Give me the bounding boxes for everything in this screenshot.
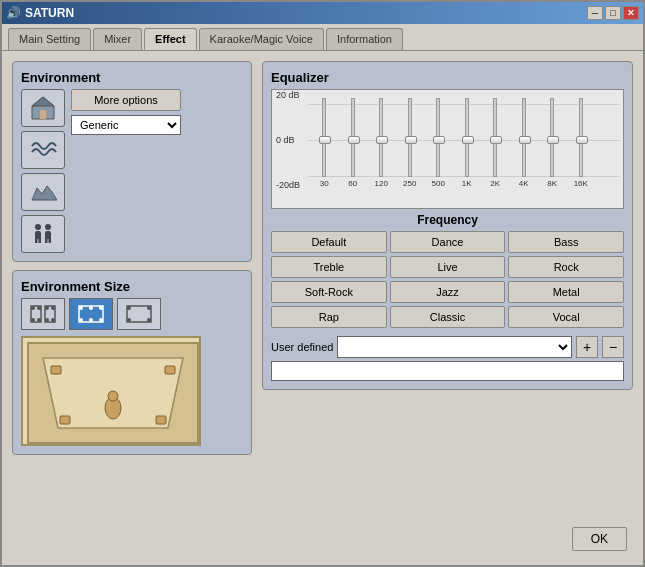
user-defined-select[interactable] <box>337 336 572 358</box>
close-button[interactable]: ✕ <box>623 6 639 20</box>
left-panel: Environment <box>12 61 252 515</box>
eq-thumb-60[interactable] <box>348 136 360 144</box>
eq-col-250: 250 <box>398 98 423 188</box>
env-icon-wave[interactable] <box>21 131 65 169</box>
env-icon-people[interactable] <box>21 215 65 253</box>
svg-point-17 <box>45 306 49 310</box>
eq-track-120[interactable] <box>379 98 383 177</box>
eq-thumb-1k[interactable] <box>462 136 474 144</box>
size-btn-large[interactable] <box>117 298 161 330</box>
svg-rect-5 <box>35 237 38 243</box>
svg-point-27 <box>89 318 93 322</box>
tab-information[interactable]: Information <box>326 28 403 50</box>
environment-section: Environment <box>12 61 252 262</box>
svg-point-38 <box>108 391 118 401</box>
tab-main-setting[interactable]: Main Setting <box>8 28 91 50</box>
ok-button[interactable]: OK <box>572 527 627 551</box>
environment-title: Environment <box>21 70 243 85</box>
eq-thumb-250[interactable] <box>405 136 417 144</box>
svg-point-24 <box>79 318 83 322</box>
tab-bar: Main Setting Mixer Effect Karaoke/Magic … <box>2 24 643 50</box>
preset-default[interactable]: Default <box>271 231 387 253</box>
svg-point-14 <box>31 318 35 322</box>
eq-thumb-120[interactable] <box>376 136 388 144</box>
env-size-title: Environment Size <box>21 279 243 294</box>
size-btn-small[interactable] <box>21 298 65 330</box>
svg-rect-1 <box>40 110 46 119</box>
env-icons-row: More options Generic Room Bathroom Conce… <box>21 89 243 253</box>
preset-metal[interactable]: Metal <box>508 281 624 303</box>
eq-thumb-4k[interactable] <box>519 136 531 144</box>
eq-track-8k[interactable] <box>550 98 554 177</box>
user-defined-add-button[interactable]: + <box>576 336 598 358</box>
title-bar: 🔊 SATURN ─ □ ✕ <box>2 2 643 24</box>
preset-treble[interactable]: Treble <box>271 256 387 278</box>
eq-track-30[interactable] <box>322 98 326 177</box>
eq-col-8k: 8K <box>540 98 565 188</box>
eq-track-2k[interactable] <box>493 98 497 177</box>
preset-dance[interactable]: Dance <box>390 231 506 253</box>
preset-classic[interactable]: Classic <box>390 306 506 328</box>
eq-track-500[interactable] <box>436 98 440 177</box>
people-icon <box>29 220 57 248</box>
eq-thumb-2k[interactable] <box>490 136 502 144</box>
more-options-button[interactable]: More options <box>71 89 181 111</box>
svg-rect-39 <box>51 366 61 374</box>
environment-select[interactable]: Generic Room Bathroom Concert Hall Cave … <box>71 115 181 135</box>
equalizer-section: Equalizer 20 dB 0 dB -20dB <box>262 61 633 390</box>
eq-thumb-8k[interactable] <box>547 136 559 144</box>
size-btn-medium[interactable] <box>69 298 113 330</box>
environment-size-section: Environment Size <box>12 270 252 455</box>
main-content: Environment <box>12 61 633 515</box>
eq-col-2k: 2K <box>483 98 508 188</box>
preset-bass[interactable]: Bass <box>508 231 624 253</box>
size-medium-icon <box>76 303 106 325</box>
env-icon-house[interactable] <box>21 89 65 127</box>
preset-live[interactable]: Live <box>390 256 506 278</box>
eq-track-16k[interactable] <box>579 98 583 177</box>
svg-rect-40 <box>165 366 175 374</box>
preset-jazz[interactable]: Jazz <box>390 281 506 303</box>
tab-effect[interactable]: Effect <box>144 28 197 50</box>
user-defined-text-input[interactable] <box>271 361 624 381</box>
eq-freq-16k: 16K <box>574 179 588 188</box>
eq-col-16k: 16K <box>569 98 594 188</box>
eq-freq-500: 500 <box>432 179 445 188</box>
svg-point-25 <box>99 318 103 322</box>
eq-thumb-16k[interactable] <box>576 136 588 144</box>
preset-vocal[interactable]: Vocal <box>508 306 624 328</box>
eq-thumb-30[interactable] <box>319 136 331 144</box>
env-icon-terrain[interactable] <box>21 173 65 211</box>
preset-softrock[interactable]: Soft-Rock <box>271 281 387 303</box>
eq-track-250[interactable] <box>408 98 412 177</box>
eq-track-60[interactable] <box>351 98 355 177</box>
window-title: SATURN <box>25 6 74 20</box>
eq-col-500: 500 <box>426 98 451 188</box>
svg-point-12 <box>31 306 35 310</box>
env-controls: More options Generic Room Bathroom Conce… <box>71 89 243 135</box>
svg-point-29 <box>127 306 131 310</box>
minimize-button[interactable]: ─ <box>587 6 603 20</box>
size-small-icon <box>28 303 58 325</box>
eq-track-1k[interactable] <box>465 98 469 177</box>
eq-db-labels: 20 dB 0 dB -20dB <box>276 90 300 190</box>
eq-freq-8k: 8K <box>547 179 557 188</box>
env-icon-col <box>21 89 65 253</box>
eq-col-30: 30 <box>312 98 337 188</box>
tab-karaoke[interactable]: Karaoke/Magic Voice <box>199 28 324 50</box>
eq-label-20db: 20 dB <box>276 90 300 100</box>
eq-col-60: 60 <box>341 98 366 188</box>
tab-mixer[interactable]: Mixer <box>93 28 142 50</box>
bottom-bar: OK <box>12 523 633 555</box>
title-bar-left: 🔊 SATURN <box>6 6 74 20</box>
user-defined-remove-button[interactable]: − <box>602 336 624 358</box>
restore-button[interactable]: □ <box>605 6 621 20</box>
eq-freq-2k: 2K <box>490 179 500 188</box>
svg-rect-10 <box>49 237 52 243</box>
eq-track-4k[interactable] <box>522 98 526 177</box>
user-defined-row: User defined + − <box>271 336 624 358</box>
preset-rock[interactable]: Rock <box>508 256 624 278</box>
eq-thumb-500[interactable] <box>433 136 445 144</box>
svg-marker-2 <box>32 97 54 106</box>
preset-rap[interactable]: Rap <box>271 306 387 328</box>
